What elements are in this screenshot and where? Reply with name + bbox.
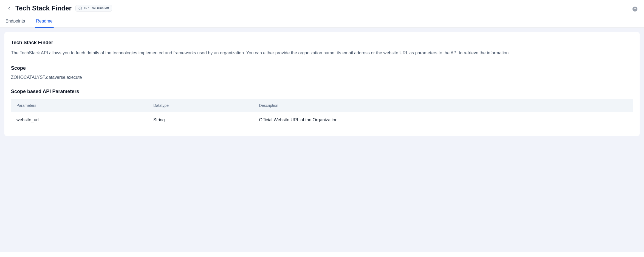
cell-description: Official Website URL of the Organization [254,112,633,128]
cell-datatype: String [148,112,254,128]
info-icon [78,7,82,10]
col-parameters: Parameters [11,99,148,112]
back-button[interactable] [7,6,12,11]
help-button[interactable]: ? [632,7,637,12]
readme-card: Tech Stack Finder The TechStack API allo… [4,32,640,136]
params-heading: Scope based API Parameters [11,89,633,94]
col-description: Description [254,99,633,112]
col-datatype: Datatype [148,99,254,112]
trial-runs-badge: 497 Trail runs left [75,5,112,12]
table-row: website_url String Official Website URL … [11,112,633,128]
tabs-nav: Endpoints Readme [0,15,644,28]
cell-param: website_url [11,112,148,128]
scope-heading: Scope [11,65,633,71]
tab-readme[interactable]: Readme [35,15,53,27]
tab-endpoints[interactable]: Endpoints [4,15,26,27]
question-mark-icon: ? [634,7,636,11]
table-header-row: Parameters Datatype Description [11,99,633,112]
page-title: Tech Stack Finder [15,4,72,12]
params-table: Parameters Datatype Description website_… [11,99,633,128]
readme-heading: Tech Stack Finder [11,40,633,46]
chevron-left-icon [7,6,11,10]
trial-runs-text: 497 Trail runs left [84,6,109,10]
scope-value: ZOHOCATALYST.dataverse.execute [11,75,633,80]
readme-description: The TechStack API allows you to fetch de… [11,49,633,57]
